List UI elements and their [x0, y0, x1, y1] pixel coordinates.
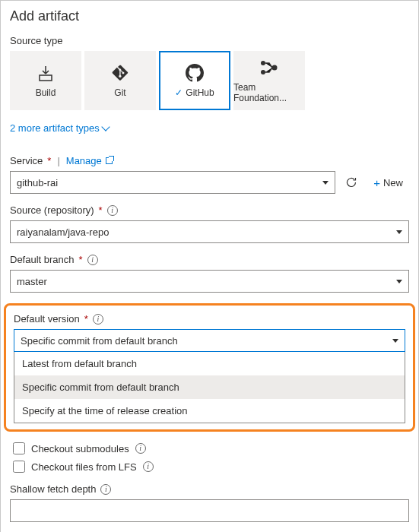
- chevron-down-icon: [396, 280, 402, 283]
- info-icon[interactable]: i: [107, 205, 118, 216]
- shallow-input[interactable]: [10, 499, 409, 522]
- tile-label: Build: [36, 87, 56, 98]
- check-icon: ✓: [175, 87, 183, 98]
- manage-link[interactable]: Manage: [66, 155, 113, 166]
- info-icon[interactable]: i: [87, 255, 98, 265]
- chevron-down-icon: [396, 230, 402, 234]
- tile-label: GitHub: [186, 87, 214, 98]
- refresh-icon: [345, 176, 357, 188]
- refresh-button[interactable]: [340, 171, 363, 194]
- source-type-label: Source type: [10, 35, 409, 46]
- tile-git[interactable]: Git: [84, 51, 156, 110]
- version-select[interactable]: Specific commit from default branch: [14, 329, 405, 352]
- svg-point-2: [272, 65, 278, 71]
- checkout-submodules-checkbox[interactable]: [13, 442, 25, 454]
- shallow-label: Shallow fetch depth i: [10, 483, 409, 495]
- chevron-down-icon: [322, 181, 329, 185]
- plus-icon: +: [373, 176, 380, 189]
- info-icon[interactable]: i: [135, 443, 146, 454]
- tile-github[interactable]: ✓ GitHub: [159, 51, 230, 110]
- info-icon[interactable]: i: [93, 314, 103, 325]
- external-link-icon: [106, 157, 113, 164]
- version-option[interactable]: Specify at the time of release creation: [14, 399, 405, 423]
- info-icon[interactable]: i: [143, 461, 154, 472]
- branch-label: Default branch* i: [10, 254, 409, 265]
- default-version-highlight: Default version* i Specific commit from …: [4, 303, 415, 432]
- chevron-down-icon: [101, 122, 110, 131]
- chevron-down-icon: [392, 339, 398, 343]
- github-icon: [186, 63, 204, 83]
- repo-label: Source (repository)* i: [10, 204, 409, 216]
- source-type-tiles: Build Git ✓ GitHub: [10, 51, 409, 110]
- version-label: Default version* i: [14, 313, 405, 325]
- version-option[interactable]: Specific commit from default branch: [14, 375, 405, 399]
- tfvc-icon: [260, 58, 278, 78]
- tile-tfvc[interactable]: Team Foundation...: [233, 51, 305, 110]
- branch-select[interactable]: master: [10, 270, 409, 293]
- more-artifact-types-link[interactable]: 2 more artifact types: [10, 122, 109, 134]
- checkout-lfs-label: Checkout files from LFS: [31, 461, 137, 473]
- tile-label: Git: [114, 87, 125, 98]
- git-icon: [112, 63, 129, 83]
- new-button[interactable]: + New: [367, 171, 409, 194]
- tile-label: Team Foundation...: [233, 82, 305, 103]
- svg-point-0: [261, 61, 265, 65]
- tile-build[interactable]: Build: [10, 51, 81, 110]
- checkout-lfs-checkbox[interactable]: [13, 461, 25, 473]
- repo-select[interactable]: raiyanalam/java-repo: [10, 220, 409, 243]
- info-icon[interactable]: i: [100, 484, 111, 495]
- svg-point-1: [261, 70, 265, 74]
- panel-title: Add artifact: [10, 8, 409, 24]
- service-select[interactable]: github-rai: [10, 171, 335, 194]
- version-option[interactable]: Latest from default branch: [14, 352, 405, 375]
- version-dropdown: Latest from default branch Specific comm…: [14, 352, 405, 423]
- build-icon: [37, 63, 55, 83]
- service-label: Service* | Manage: [10, 155, 409, 166]
- checkout-submodules-label: Checkout submodules: [31, 443, 129, 454]
